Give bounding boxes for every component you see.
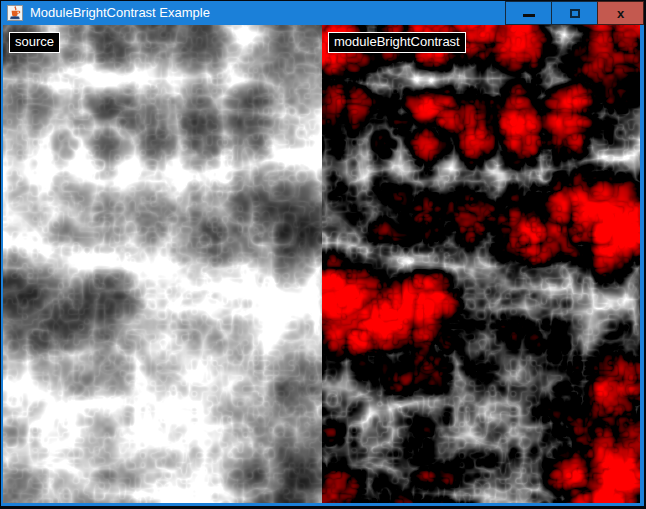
minimize-icon bbox=[523, 14, 535, 17]
minimize-button[interactable] bbox=[505, 1, 552, 25]
maximize-icon bbox=[570, 9, 580, 18]
output-image-canvas bbox=[322, 25, 640, 503]
window-frame: source moduleBrightContrast bbox=[1, 25, 644, 506]
close-button[interactable]: x bbox=[597, 1, 644, 25]
close-icon: x bbox=[617, 7, 624, 20]
maximize-button[interactable] bbox=[551, 1, 598, 25]
app-window: ModuleBrightContrast Example x source mo… bbox=[0, 0, 646, 509]
window-controls: x bbox=[506, 1, 644, 25]
output-label: moduleBrightContrast bbox=[328, 32, 466, 53]
window-title: ModuleBrightContrast Example bbox=[30, 1, 210, 25]
content-area: source moduleBrightContrast bbox=[3, 25, 640, 503]
source-image-canvas bbox=[3, 25, 322, 503]
java-coffee-cup-icon bbox=[7, 5, 23, 21]
source-label: source bbox=[9, 32, 60, 53]
titlebar[interactable]: ModuleBrightContrast Example x bbox=[1, 1, 644, 25]
panel-source: source bbox=[3, 25, 322, 503]
panel-output: moduleBrightContrast bbox=[322, 25, 640, 503]
